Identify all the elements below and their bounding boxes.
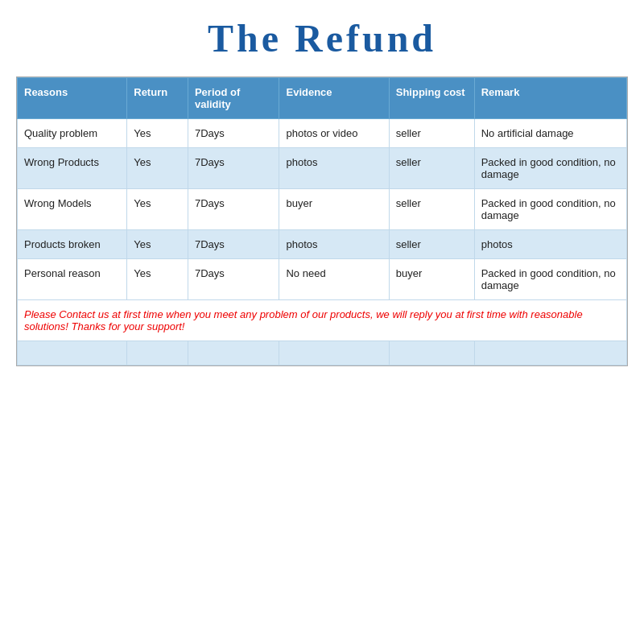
- table-header-row: Reasons Return Period of validity Eviden…: [18, 78, 627, 119]
- cell-shipping: seller: [389, 119, 474, 148]
- cell-period: 7Days: [188, 189, 279, 230]
- refund-table-wrapper: Reasons Return Period of validity Eviden…: [16, 76, 628, 366]
- table-row: Wrong ModelsYes7DaysbuyersellerPacked in…: [18, 189, 627, 230]
- cell-remark: photos: [474, 230, 626, 259]
- cell-shipping: seller: [389, 230, 474, 259]
- cell-period: 7Days: [188, 259, 279, 300]
- cell-evidence: photos: [279, 148, 389, 189]
- notice-text: Please Contact us at first time when you…: [18, 300, 627, 341]
- header-reasons: Reasons: [18, 78, 127, 119]
- cell-reasons: Wrong Models: [18, 189, 127, 230]
- cell-reasons: Wrong Products: [18, 148, 127, 189]
- cell-evidence: No need: [279, 259, 389, 300]
- cell-evidence: photos: [279, 230, 389, 259]
- header-return: Return: [127, 78, 188, 119]
- cell-period: 7Days: [188, 148, 279, 189]
- cell-evidence: buyer: [279, 189, 389, 230]
- cell-reasons: Personal reason: [18, 259, 127, 300]
- table-row: Wrong ProductsYes7DaysphotossellerPacked…: [18, 148, 627, 189]
- empty-row: [18, 341, 627, 365]
- cell-return: Yes: [127, 148, 188, 189]
- header-period: Period of validity: [188, 78, 279, 119]
- cell-remark: Packed in good condition, no damage: [474, 259, 626, 300]
- table-row: Products brokenYes7Daysphotossellerphoto…: [18, 230, 627, 259]
- cell-remark: No artificial damage: [474, 119, 626, 148]
- cell-return: Yes: [127, 230, 188, 259]
- cell-evidence: photos or video: [279, 119, 389, 148]
- cell-period: 7Days: [188, 119, 279, 148]
- page-title: The Refund: [208, 16, 436, 60]
- cell-period: 7Days: [188, 230, 279, 259]
- cell-reasons: Quality problem: [18, 119, 127, 148]
- header-remark: Remark: [474, 78, 626, 119]
- header-evidence: Evidence: [279, 78, 389, 119]
- table-row: Quality problemYes7Daysphotos or videose…: [18, 119, 627, 148]
- cell-return: Yes: [127, 119, 188, 148]
- refund-table: Reasons Return Period of validity Eviden…: [17, 77, 627, 365]
- cell-return: Yes: [127, 259, 188, 300]
- cell-shipping: seller: [389, 189, 474, 230]
- table-row: Personal reasonYes7DaysNo needbuyerPacke…: [18, 259, 627, 300]
- notice-row: Please Contact us at first time when you…: [18, 300, 627, 341]
- cell-shipping: seller: [389, 148, 474, 189]
- cell-reasons: Products broken: [18, 230, 127, 259]
- cell-remark: Packed in good condition, no damage: [474, 189, 626, 230]
- cell-remark: Packed in good condition, no damage: [474, 148, 626, 189]
- cell-shipping: buyer: [389, 259, 474, 300]
- header-shipping: Shipping cost: [389, 78, 474, 119]
- cell-return: Yes: [127, 189, 188, 230]
